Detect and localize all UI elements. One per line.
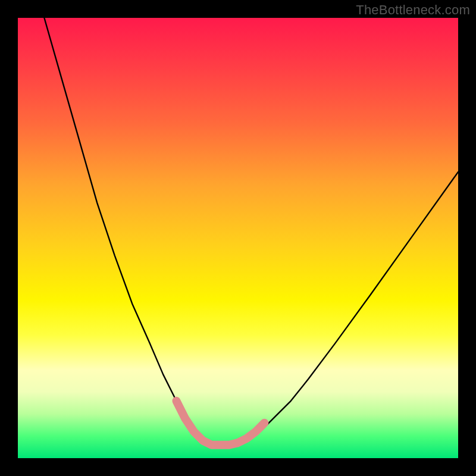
highlighted-minimum — [176, 401, 264, 445]
curve-layer — [18, 18, 458, 458]
watermark-text: TheBottleneck.com — [356, 2, 470, 18]
plot-area — [18, 18, 458, 458]
bottleneck-curve — [44, 18, 458, 445]
chart-frame: TheBottleneck.com — [0, 0, 476, 476]
